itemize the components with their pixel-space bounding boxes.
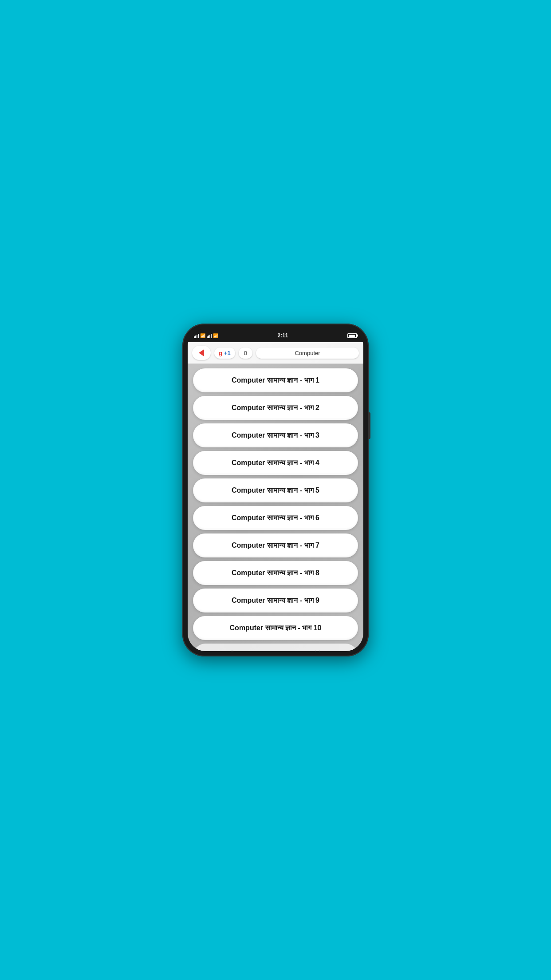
back-button[interactable] bbox=[192, 346, 211, 360]
list-item[interactable]: Computer सामान्य ज्ञान - भाग 4 bbox=[193, 451, 358, 475]
list-item-label: Computer सामान्य ज्ञान - भाग 7 bbox=[232, 541, 319, 549]
gplus-button[interactable]: g +1 bbox=[214, 348, 235, 359]
status-bar: 📶 📶 2:11 bbox=[188, 329, 363, 342]
list-item[interactable]: Computer सामान्य ज्ञान - भाग 8 bbox=[193, 561, 358, 585]
top-bar: g +1 0 Computer bbox=[188, 342, 363, 364]
list-item[interactable]: Computer सामान्य ज्ञान - भाग 6 bbox=[193, 506, 358, 530]
back-arrow-icon bbox=[199, 349, 204, 356]
wifi-icon: 📶 bbox=[213, 333, 218, 338]
side-button bbox=[369, 412, 370, 439]
signal-bars-icon bbox=[194, 333, 199, 338]
status-left: 📶 📶 bbox=[194, 333, 218, 338]
list-item-label: Computer सामान्य ज्ञान - भाग 4 bbox=[232, 459, 319, 467]
list-item-label: Computer सामान्य ज्ञान - भाग 5 bbox=[232, 486, 319, 494]
phone-frame: 📶 📶 2:11 bbox=[182, 324, 369, 656]
list-item[interactable]: Computer सामान्य ज्ञान - भाग 9 bbox=[193, 589, 358, 612]
list-item-label: Computer सामान्य ज्ञान - भाग 1 bbox=[232, 376, 319, 384]
list-item[interactable]: Computer सामान्य ज्ञान - भाग 5 bbox=[193, 478, 358, 502]
list-item-label: Computer सामान्य ज्ञान - भाग 6 bbox=[232, 514, 319, 522]
list-item-label: Computer सामान्य ज्ञान - भाग 9 bbox=[232, 597, 319, 605]
list-item-partial[interactable]: Computer सामान्य ज्ञान - भाग 11 bbox=[193, 644, 358, 651]
list-item-label: Computer सामान्य ज्ञान - भाग 2 bbox=[232, 404, 319, 412]
gplus-plus-label: +1 bbox=[224, 350, 231, 356]
signal-bars-2-icon bbox=[207, 333, 212, 338]
gplus-g-label: g bbox=[219, 350, 222, 356]
computer-title-label: Computer bbox=[256, 348, 359, 359]
list-item[interactable]: Computer सामान्य ज्ञान - भाग 7 bbox=[193, 533, 358, 557]
list-item-label: Computer सामान्य ज्ञान - भाग 8 bbox=[232, 569, 319, 577]
list-item-partial-label: Computer सामान्य ज्ञान - भाग 11 bbox=[230, 650, 322, 651]
battery-icon bbox=[347, 333, 357, 338]
list-item-label: Computer सामान्य ज्ञान - भाग 3 bbox=[232, 431, 319, 439]
list-item[interactable]: Computer सामान्य ज्ञान - भाग 1 bbox=[193, 368, 358, 392]
list-item-label: Computer सामान्य ज्ञान - भाग 10 bbox=[230, 624, 322, 632]
list-item[interactable]: Computer सामान्य ज्ञान - भाग 10 bbox=[193, 616, 358, 640]
chapters-list: Computer सामान्य ज्ञान - भाग 1Computer स… bbox=[188, 364, 363, 651]
list-item[interactable]: Computer सामान्य ज्ञान - भाग 2 bbox=[193, 396, 358, 420]
phone-screen: 📶 📶 2:11 bbox=[188, 329, 363, 651]
time-display: 2:11 bbox=[277, 332, 288, 339]
count-display: 0 bbox=[239, 348, 252, 359]
screen-content: g +1 0 Computer Computer सामान्य ज्ञान -… bbox=[188, 342, 363, 651]
network-icon: 📶 bbox=[200, 333, 205, 338]
list-item[interactable]: Computer सामान्य ज्ञान - भाग 3 bbox=[193, 423, 358, 447]
